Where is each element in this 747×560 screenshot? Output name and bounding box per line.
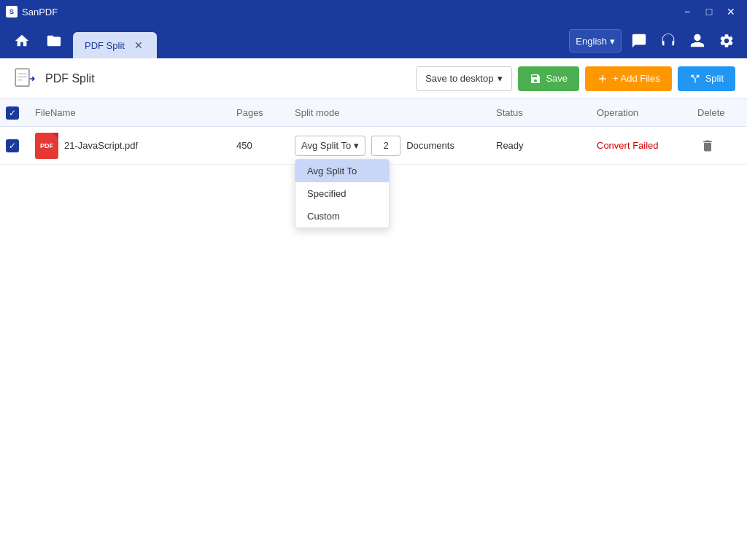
- pdf-file-icon: PDF: [35, 133, 58, 159]
- add-files-label: + Add Files: [613, 73, 660, 84]
- add-files-icon: [597, 73, 608, 85]
- file-name: 21-JavaScript.pdf: [64, 140, 138, 151]
- tab-close-button[interactable]: ✕: [132, 39, 145, 52]
- trash-icon: [700, 139, 715, 153]
- tab-pdf-split[interactable]: PDF Split ✕: [73, 32, 157, 58]
- docs-label: Documents: [406, 140, 454, 151]
- language-selector[interactable]: English ▾: [569, 29, 622, 52]
- save-desktop-chevron-icon: ▾: [498, 73, 503, 84]
- user-button[interactable]: [686, 29, 709, 52]
- home-icon: [14, 33, 30, 49]
- folder-button[interactable]: [41, 28, 67, 54]
- minimize-button[interactable]: −: [677, 1, 697, 22]
- toolbar: PDF Split Save to desktop ▾ Save + Add F…: [0, 58, 747, 99]
- split-label: Split: [705, 73, 724, 84]
- split-mode-chevron-icon: ▾: [354, 140, 359, 151]
- split-mode-dropdown-trigger[interactable]: Avg Split To ▾: [295, 136, 365, 156]
- language-chevron-icon: ▾: [610, 36, 615, 47]
- row-check-icon: ✓: [9, 141, 16, 151]
- settings-button[interactable]: [715, 29, 738, 52]
- header-delete: Delete: [697, 107, 741, 118]
- dropdown-item-specified[interactable]: Specified: [295, 182, 389, 205]
- title-bar-left: S SanPDF: [6, 6, 58, 18]
- split-icon: [689, 73, 701, 85]
- headset-icon: [660, 33, 676, 49]
- dropdown-item-custom[interactable]: Custom: [295, 205, 389, 228]
- title-bar-controls: − □ ✕: [677, 1, 741, 22]
- delete-button[interactable]: [697, 136, 718, 156]
- chat-icon: [631, 33, 647, 49]
- tab-label: PDF Split: [85, 40, 125, 51]
- app-icon: S: [6, 6, 18, 18]
- home-button[interactable]: [9, 28, 35, 54]
- toolbar-title-area: PDF Split: [12, 66, 407, 92]
- row-checkbox[interactable]: ✓: [6, 139, 19, 152]
- doc-number-input[interactable]: [371, 136, 400, 156]
- save-icon: [530, 73, 541, 85]
- header-status: Status: [496, 107, 597, 118]
- table-header: ✓ FileName Pages Split mode Status Opera…: [0, 99, 747, 127]
- folder-icon: [46, 33, 62, 49]
- maximize-button[interactable]: □: [699, 1, 719, 22]
- row-checkbox-cell: ✓: [6, 139, 35, 152]
- split-mode-value: Avg Split To: [301, 140, 351, 151]
- split-document-icon: [12, 66, 37, 91]
- chat-button[interactable]: [627, 29, 651, 52]
- select-all-checkbox[interactable]: ✓: [6, 106, 19, 120]
- save-button[interactable]: Save: [518, 66, 579, 91]
- delete-cell: [697, 136, 741, 156]
- gear-icon: [719, 33, 735, 49]
- split-button[interactable]: Split: [678, 66, 735, 91]
- pages-cell: 450: [236, 140, 295, 151]
- split-mode-row: Avg Split To ▾ Documents: [295, 136, 496, 156]
- user-icon: [689, 33, 705, 49]
- operation-cell: Convert Failed: [597, 140, 697, 151]
- add-files-button[interactable]: + Add Files: [585, 66, 672, 91]
- language-value: English: [576, 36, 607, 47]
- split-mode-dropdown-menu: Avg Split To Specified Custom: [295, 159, 390, 228]
- tab-container: PDF Split ✕: [73, 23, 563, 58]
- dropdown-item-avg-split-to[interactable]: Avg Split To: [295, 160, 389, 182]
- check-icon: ✓: [9, 108, 16, 118]
- toolbar-title: PDF Split: [45, 72, 95, 85]
- app-name: SanPDF: [22, 7, 58, 18]
- save-label: Save: [546, 73, 568, 84]
- toolbar-actions: Save to desktop ▾ Save + Add Files Spli: [416, 66, 735, 91]
- header-split-mode: Split mode: [295, 107, 496, 118]
- file-cell: PDF 21-JavaScript.pdf: [35, 133, 236, 159]
- status-cell: Ready: [496, 140, 597, 151]
- header-checkbox: ✓: [6, 106, 35, 120]
- header-operation: Operation: [597, 107, 697, 118]
- header-pages: Pages: [236, 107, 295, 118]
- title-bar: S SanPDF − □ ✕: [0, 0, 747, 23]
- table-row: ✓ PDF 21-JavaScript.pdf 450 Avg Split To…: [0, 127, 747, 165]
- headset-button[interactable]: [657, 29, 680, 52]
- table-container: ✓ FileName Pages Split mode Status Opera…: [0, 99, 747, 560]
- main-content: PDF Split Save to desktop ▾ Save + Add F…: [0, 58, 747, 560]
- nav-right: English ▾: [569, 29, 738, 52]
- top-nav: PDF Split ✕ English ▾: [0, 23, 747, 58]
- pdf-split-toolbar-icon: [12, 66, 38, 92]
- save-to-desktop-button[interactable]: Save to desktop ▾: [416, 66, 512, 91]
- split-mode-cell: Avg Split To ▾ Documents Avg Split To Sp…: [295, 136, 496, 156]
- save-to-desktop-label: Save to desktop: [425, 73, 493, 84]
- svg-rect-0: [15, 69, 29, 86]
- header-filename: FileName: [35, 107, 236, 118]
- close-button[interactable]: ✕: [721, 1, 741, 22]
